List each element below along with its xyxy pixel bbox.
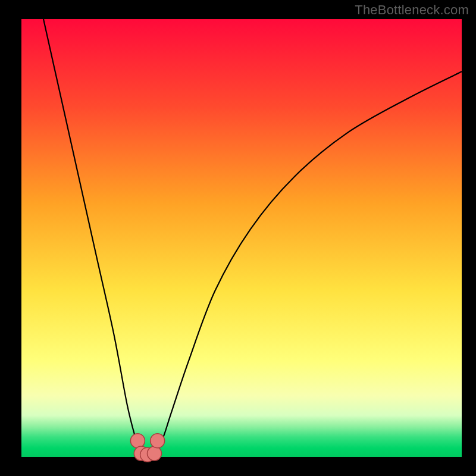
marker-4 [147,446,161,461]
watermark-label: TheBottleneck.com [355,2,469,18]
chart-frame: TheBottleneck.com [0,0,476,476]
bottleneck-plot [0,0,476,476]
marker-1 [130,434,145,448]
plot-background [21,19,462,457]
marker-5 [151,434,165,448]
